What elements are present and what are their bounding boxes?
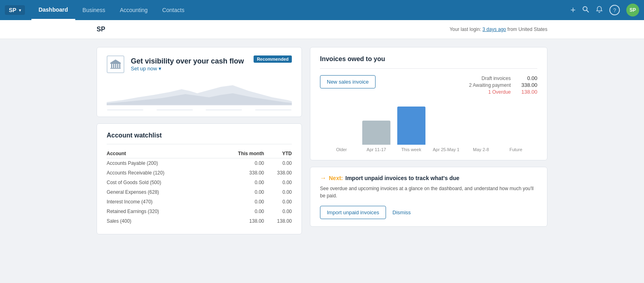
next-title: Import unpaid invoices to track what's d… [345, 175, 459, 181]
login-link[interactable]: 3 days ago [483, 27, 506, 32]
stat-label-awaiting: 2 Awaiting payment [469, 82, 511, 88]
account-name: Interest Income (470) [107, 197, 215, 207]
stat-row-awaiting: 2 Awaiting payment 338.00 [469, 82, 537, 88]
this-month-value: 0.00 [215, 158, 264, 168]
bar-chart: OlderApr 11-17This weekApr 25-May 1May 2… [320, 104, 537, 152]
svg-rect-3 [111, 64, 112, 68]
invoices-divider [320, 68, 537, 69]
ytd-value: 0.00 [264, 187, 292, 197]
cashflow-title: Get visibility over your cash flow [131, 57, 244, 66]
bell-icon[interactable] [596, 6, 603, 15]
bar-label: Older [336, 147, 347, 152]
nav-link-accounting[interactable]: Accounting [113, 0, 155, 20]
stat-row-overdue: 1 Overdue 138.00 [469, 89, 537, 95]
nav-link-business[interactable]: Business [75, 0, 113, 20]
bar-group: Future [502, 145, 530, 152]
bar-label: Apr 11-17 [367, 147, 386, 152]
ytd-value: 138.00 [264, 216, 292, 226]
next-card: → Next: Import unpaid invoices to track … [310, 167, 547, 227]
stat-value-draft: 0.00 [517, 75, 537, 81]
recommended-badge: Recommended [254, 55, 292, 63]
svg-line-1 [587, 10, 589, 12]
table-row: Interest Income (470) 0.00 0.00 [107, 197, 292, 207]
stat-label-overdue: 1 Overdue [488, 89, 511, 95]
this-month-value: 0.00 [215, 197, 264, 207]
cashflow-chart [107, 78, 292, 110]
top-nav: SP ▾ Dashboard Business Accounting Conta… [0, 0, 644, 20]
stat-row-draft: Draft invoices 0.00 [469, 75, 537, 81]
account-name: Accounts Payable (200) [107, 158, 215, 168]
bar-chart-area: OlderApr 11-17This weekApr 25-May 1May 2… [320, 104, 537, 152]
new-invoice-button[interactable]: New sales invoice [320, 75, 376, 88]
table-row: Cost of Goods Sold (500) 0.00 0.00 [107, 178, 292, 187]
ytd-value: 0.00 [264, 178, 292, 187]
nav-links: Dashboard Business Accounting Contacts [31, 0, 570, 20]
add-icon[interactable]: + [570, 5, 576, 15]
bar-group: This week [397, 107, 425, 152]
bar-label: May 2-8 [473, 147, 489, 152]
svg-marker-9 [110, 59, 121, 63]
svg-rect-4 [113, 64, 114, 68]
col-account: Account [107, 149, 215, 158]
this-month-value: 0.00 [215, 187, 264, 197]
next-arrow: → [320, 174, 326, 182]
brand-chevron: ▾ [19, 8, 21, 12]
col-this-month: This month [215, 149, 264, 158]
cashflow-icon-title: Get visibility over your cash flow Set u… [107, 55, 244, 73]
this-month-value: 0.00 [215, 178, 264, 187]
search-icon[interactable] [582, 6, 589, 15]
stat-value-awaiting: 338.00 [517, 82, 537, 88]
stat-value-overdue: 138.00 [517, 89, 537, 95]
cashflow-setup[interactable]: Set up now ▾ [131, 66, 244, 72]
svg-rect-6 [117, 64, 118, 68]
import-button[interactable]: Import unpaid invoices [320, 206, 386, 219]
cashflow-text: Get visibility over your cash flow Set u… [131, 57, 244, 72]
cashflow-card: Get visibility over your cash flow Set u… [97, 47, 302, 117]
this-month-value: 0.00 [215, 207, 264, 216]
col-ytd: YTD [264, 149, 292, 158]
ytd-value: 0.00 [264, 207, 292, 216]
stat-label-draft: Draft invoices [481, 76, 511, 81]
watchlist-card: Account watchlist Account This month YTD… [97, 123, 302, 234]
bar-group: Older [327, 145, 355, 152]
watchlist-divider [107, 144, 292, 144]
table-row: General Expenses (628) 0.00 0.00 [107, 187, 292, 197]
table-row: Sales (400) 138.00 138.00 [107, 216, 292, 226]
cashflow-header: Get visibility over your cash flow Set u… [107, 55, 292, 73]
invoices-top: New sales invoice Draft invoices 0.00 2 … [320, 75, 537, 96]
account-name: Retained Earnings (320) [107, 207, 215, 216]
nav-link-dashboard[interactable]: Dashboard [31, 0, 75, 20]
help-icon[interactable]: ? [609, 5, 620, 15]
bank-icon [107, 55, 124, 73]
avatar[interactable]: SP [626, 4, 639, 16]
this-month-value: 138.00 [215, 216, 264, 226]
brand-button[interactable]: SP ▾ [5, 5, 25, 15]
bar-group: Apr 25-May 1 [432, 145, 460, 152]
brand-label: SP [9, 7, 17, 13]
account-name: Accounts Receivable (120) [107, 168, 215, 178]
invoices-card: Invoices owed to you New sales invoice D… [310, 47, 547, 160]
bar-group: Apr 11-17 [362, 121, 390, 152]
bar-label: This week [401, 147, 421, 152]
ytd-value: 338.00 [264, 168, 292, 178]
ytd-value: 0.00 [264, 158, 292, 168]
watchlist-table: Account This month YTD Accounts Payable … [107, 149, 292, 226]
account-name: Sales (400) [107, 216, 215, 226]
this-month-value: 338.00 [215, 168, 264, 178]
table-row: Retained Earnings (320) 0.00 0.00 [107, 207, 292, 216]
table-row: Accounts Payable (200) 0.00 0.00 [107, 158, 292, 168]
ytd-value: 0.00 [264, 197, 292, 207]
svg-rect-8 [110, 68, 121, 69]
watchlist-title: Account watchlist [107, 132, 292, 139]
nav-link-contacts[interactable]: Contacts [155, 0, 192, 20]
chevron-down-icon: ▾ [159, 66, 161, 72]
next-desc: See overdue and upcoming invoices at a g… [320, 185, 537, 199]
header-bar: SP Your last login: 3 days ago from Unit… [0, 20, 644, 39]
nav-right: + ? SP [570, 4, 639, 16]
dismiss-button[interactable]: Dismiss [392, 209, 411, 215]
table-row: Accounts Receivable (120) 338.00 338.00 [107, 168, 292, 178]
main-content: Get visibility over your cash flow Set u… [0, 39, 644, 242]
account-name: General Expenses (628) [107, 187, 215, 197]
next-label: Next: [329, 175, 343, 181]
last-login: Your last login: 3 days ago from United … [450, 27, 547, 32]
